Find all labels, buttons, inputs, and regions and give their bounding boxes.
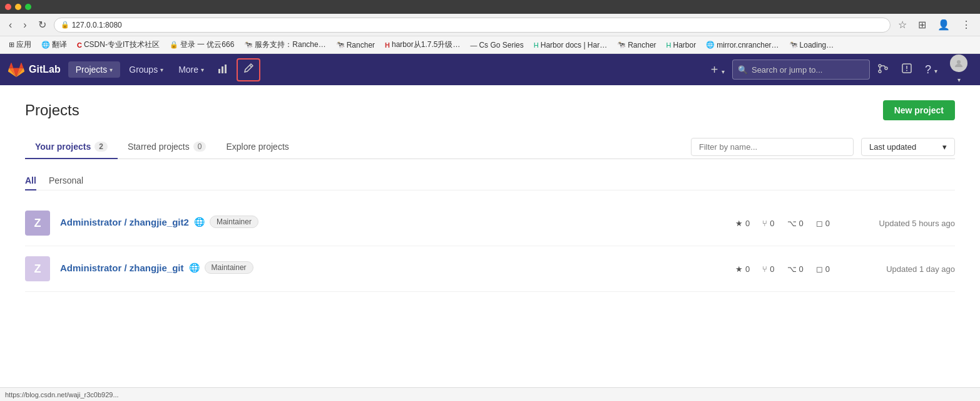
mirror-icon: 🌐	[706, 41, 715, 49]
mr-count-1: 0	[799, 219, 804, 228]
more-nav-button[interactable]: More ▾	[172, 61, 210, 78]
chart-icon	[218, 63, 229, 74]
bookmark-csdn[interactable]: C CSDN-专业IT技术社区	[73, 38, 163, 51]
issue-icon-2: ◻	[816, 264, 823, 274]
bookmark-app-label: 应用	[16, 39, 31, 50]
merge-request-icon	[877, 63, 889, 74]
bookmark-harbor2[interactable]: H Harbor	[663, 39, 700, 51]
groups-nav-label: Groups	[129, 65, 158, 75]
new-project-button[interactable]: New project	[883, 100, 955, 120]
project-name-row-2: Administrator / zhangjie_git 🌐 Maintaine…	[60, 261, 725, 274]
groups-nav-button[interactable]: Groups ▾	[123, 61, 170, 78]
role-badge-1: Maintainer	[210, 216, 258, 228]
bookmark-translate[interactable]: 🌐 翻译	[38, 38, 71, 51]
new-chevron-icon: ▾	[722, 68, 725, 75]
help-icon: ?	[925, 63, 931, 76]
bookmark-rancher-support[interactable]: 🐄 服务支持：Ranche…	[240, 38, 329, 51]
issues-2: ◻ 0	[816, 264, 830, 274]
project-namespace-1[interactable]: Administrator / zhangjie_git2	[60, 217, 189, 227]
bookmark-mirror-label: mirror.cnrancher…	[717, 41, 778, 49]
project-info-1: Administrator / zhangjie_git2 🌐 Maintain…	[60, 216, 725, 231]
project-updated-2: Updated 1 day ago	[855, 264, 955, 274]
sort-label: Last updated	[869, 142, 916, 152]
gitlab-logo[interactable]: GitLab	[8, 61, 61, 78]
sub-tab-all-label: All	[25, 175, 36, 185]
project-list: Z Administrator / zhangjie_git2 🌐 Mainta…	[25, 200, 955, 292]
bookmark-csdn-label: CSDN-专业IT技术社区	[84, 39, 160, 50]
bookmark-rancher-label: Rancher	[347, 41, 375, 49]
project-stats-2: ★ 0 ⑂ 0 ⌥ 0 ◻ 0	[735, 264, 845, 274]
back-button[interactable]: ‹	[5, 18, 16, 32]
forks-1: ⑂ 0	[762, 219, 774, 228]
project-namespace-2[interactable]: Administrator / zhangjie_git	[60, 263, 184, 273]
tab-your-projects[interactable]: Your projects 2	[25, 135, 118, 159]
star-icon-2: ★	[735, 264, 743, 274]
fork-icon-2: ⑂	[762, 264, 767, 274]
project-avatar-2: Z	[25, 256, 50, 281]
activity-icon-button[interactable]	[213, 60, 234, 80]
star-icon-1: ★	[735, 219, 743, 228]
stars-count-2: 0	[745, 264, 750, 274]
maximize-dot	[25, 4, 31, 10]
bookmark-harbor-upgrade[interactable]: H harbor从1.7.5升级…	[381, 38, 464, 51]
account-button[interactable]: 👤	[934, 18, 954, 32]
address-bar[interactable]: 🔒 127.0.0.1:8080	[54, 18, 891, 33]
csgo-icon: —	[470, 41, 477, 49]
svg-point-5	[885, 67, 887, 70]
forward-button[interactable]: ›	[19, 18, 30, 32]
public-icon-1: 🌐	[194, 217, 205, 227]
projects-nav-button[interactable]: Projects ▾	[68, 61, 121, 78]
forks-count-2: 0	[770, 264, 774, 274]
bookmark-yy666[interactable]: 🔒 登录 一 优云666	[166, 38, 238, 51]
pen-icon	[243, 63, 254, 74]
sort-chevron-icon: ▾	[942, 142, 947, 152]
minimize-dot	[15, 4, 21, 10]
tab-explore-label: Explore projects	[226, 142, 288, 152]
svg-rect-0	[218, 69, 220, 73]
bookmark-mirror[interactable]: 🌐 mirror.cnrancher…	[702, 39, 782, 51]
merge-requests-nav-button[interactable]	[872, 60, 894, 80]
bookmark-app[interactable]: ⊞ 应用	[5, 38, 35, 51]
fork-icon-1: ⑂	[762, 219, 767, 228]
tab-explore-projects[interactable]: Explore projects	[216, 135, 299, 159]
bookmark-rancher[interactable]: 🐄 Rancher	[332, 39, 379, 51]
new-item-button[interactable]: + ▾	[706, 60, 730, 80]
search-bar[interactable]: 🔍 Search or jump to...	[732, 60, 870, 80]
reload-button[interactable]: ↻	[34, 18, 50, 32]
stars-count-1: 0	[745, 219, 750, 228]
user-nav-button[interactable]: ▾	[945, 51, 972, 88]
bookmark-csgo[interactable]: — Cs Go Series	[466, 39, 527, 51]
svg-rect-1	[222, 66, 223, 73]
bookmark-star[interactable]: ☆	[894, 18, 911, 32]
page-title-row: Projects New project	[25, 100, 955, 120]
extensions-button[interactable]: ⊞	[914, 18, 930, 32]
help-nav-button[interactable]: ? ▾	[920, 60, 942, 80]
bookmark-loading[interactable]: 🐄 Loading…	[785, 39, 838, 51]
bookmark-rancher2[interactable]: 🐄 Rancher	[613, 39, 660, 51]
issues-count-2: 0	[825, 264, 830, 274]
main-content: Projects New project Your projects 2 Sta…	[0, 85, 980, 336]
sub-tab-all[interactable]: All	[25, 172, 36, 190]
sub-tab-personal-label: Personal	[49, 175, 83, 185]
filter-input[interactable]	[691, 138, 854, 156]
loading-icon: 🐄	[789, 41, 798, 49]
issues-nav-button[interactable]	[896, 60, 917, 80]
project-stats-1: ★ 0 ⑂ 0 ⌥ 0 ◻ 0	[735, 219, 845, 228]
bookmarks-bar: ⊞ 应用 🌐 翻译 C CSDN-专业IT技术社区 🔒 登录 一 优云666 🐄…	[0, 36, 980, 54]
translate-icon: 🌐	[41, 41, 50, 49]
issues-icon	[901, 63, 912, 74]
rancher2-icon: 🐄	[336, 41, 345, 49]
table-row: Z Administrator / zhangjie_git2 🌐 Mainta…	[25, 200, 955, 246]
project-updated-1: Updated 5 hours ago	[855, 219, 955, 228]
menu-button[interactable]: ⋮	[957, 18, 975, 32]
tab-starred-projects[interactable]: Starred projects 0	[118, 135, 217, 159]
project-name-row-1: Administrator / zhangjie_git2 🌐 Maintain…	[60, 216, 725, 228]
edit-icon-button[interactable]	[237, 58, 260, 81]
bookmark-rancher-support-label: 服务支持：Ranche…	[255, 39, 325, 50]
bookmark-harbor-docs[interactable]: H Harbor docs | Har…	[530, 39, 611, 51]
bookmark-csgo-label: Cs Go Series	[479, 41, 523, 49]
sort-dropdown[interactable]: Last updated ▾	[861, 138, 955, 156]
more-chevron-icon: ▾	[201, 66, 204, 73]
mr-icon-2: ⌥	[787, 264, 797, 274]
sub-tab-personal[interactable]: Personal	[49, 172, 83, 190]
